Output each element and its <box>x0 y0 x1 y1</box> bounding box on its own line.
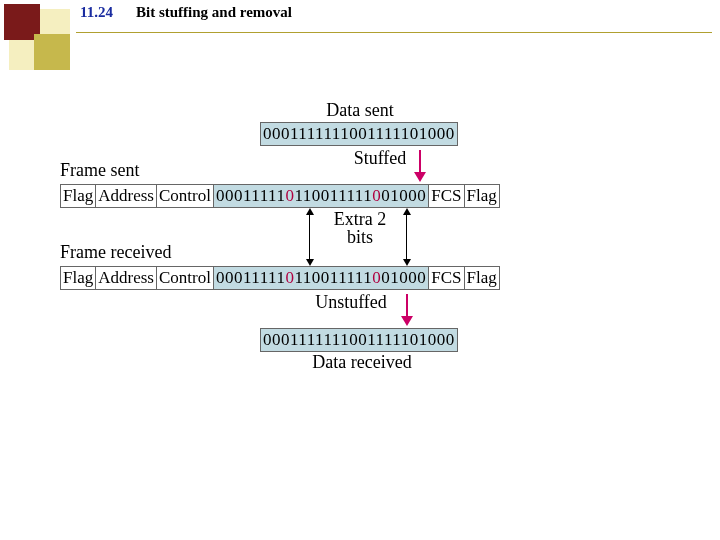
field-flag-trail2: Flag <box>465 266 500 290</box>
data-sent-bits: 0001111111001111101000 <box>260 122 458 146</box>
data-received-bits: 0001111111001111101000 <box>260 328 458 352</box>
bits-post2: 01000 <box>381 268 428 287</box>
arrow-extra-right-shaft <box>406 213 407 261</box>
bits-stuff2b: 0 <box>372 268 381 287</box>
field-fcs: FCS <box>429 184 464 208</box>
arrow-stuffed-head <box>414 172 426 182</box>
label-stuffed: Stuffed <box>345 148 415 169</box>
bits-post: 01000 <box>381 186 428 205</box>
bits-original: 0001111111001111101000 <box>260 122 458 146</box>
figure-title: Bit stuffing and removal <box>136 4 292 21</box>
figure-header: 11.24 Bit stuffing and removal <box>80 4 712 56</box>
figure-number: 11.24 <box>80 4 113 21</box>
label-data-received: Data received <box>292 352 432 373</box>
field-flag-trail: Flag <box>465 184 500 208</box>
frame-sent-row: Flag Address Control 0001111101100111110… <box>60 184 500 208</box>
arrow-extra-left-shaft <box>309 213 310 261</box>
arrow-extra-left-head-up <box>306 208 314 215</box>
title-underline <box>76 32 712 33</box>
bits-received: 0001111111001111101000 <box>260 328 458 352</box>
arrow-unstuffed-shaft <box>406 294 408 316</box>
field-address: Address <box>96 184 157 208</box>
bits-pre: 00011111 <box>214 186 285 205</box>
field-address2: Address <box>96 266 157 290</box>
arrow-unstuffed-head <box>401 316 413 326</box>
bits-pre2: 00011111 <box>214 268 285 287</box>
frame-sent-bits: 000111110110011111001000 <box>214 184 429 208</box>
label-extra-bits: Extra 2 bits <box>320 210 400 246</box>
field-fcs2: FCS <box>429 266 464 290</box>
frame-received-row: Flag Address Control 0001111101100111110… <box>60 266 500 290</box>
arrow-extra-right-head-up <box>403 208 411 215</box>
arrow-stuffed-shaft <box>419 150 421 172</box>
label-data-sent: Data sent <box>300 100 420 121</box>
arrow-extra-right-head-down <box>403 259 411 266</box>
arrow-extra-left-head-down <box>306 259 314 266</box>
label-unstuffed: Unstuffed <box>306 292 396 313</box>
field-flag-lead2: Flag <box>60 266 96 290</box>
field-flag-lead: Flag <box>60 184 96 208</box>
slide-corner-decoration <box>4 4 76 76</box>
bits-mid2: 110011111 <box>294 268 372 287</box>
field-control2: Control <box>157 266 214 290</box>
frame-received-bits: 000111110110011111001000 <box>214 266 429 290</box>
label-frame-sent: Frame sent <box>60 160 170 181</box>
bits-mid: 110011111 <box>294 186 372 205</box>
label-frame-received: Frame received <box>60 242 200 263</box>
field-control: Control <box>157 184 214 208</box>
bits-stuff2: 0 <box>372 186 381 205</box>
